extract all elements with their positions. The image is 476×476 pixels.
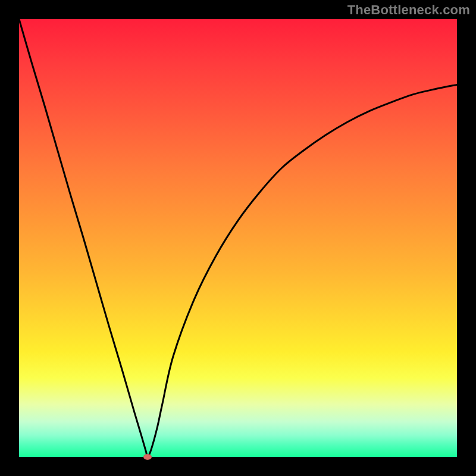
chart-frame: TheBottleneck.com [0,0,476,476]
plot-area [19,19,457,457]
watermark-text: TheBottleneck.com [347,2,470,18]
minimum-marker [143,454,152,460]
bottleneck-curve [19,19,457,457]
